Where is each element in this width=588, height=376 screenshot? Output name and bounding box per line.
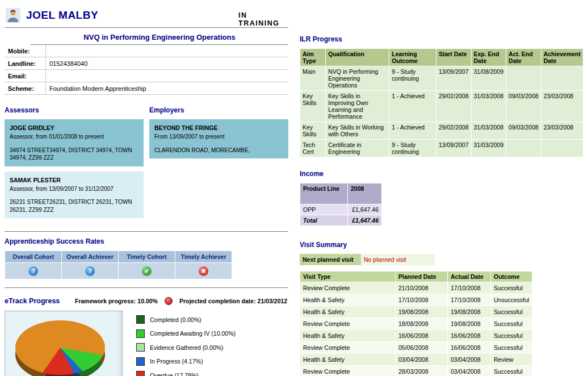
column-header: Act. End Date [506, 49, 541, 66]
cell: 9 - Study continuing [389, 66, 436, 91]
cell: 31/03/2009 [471, 140, 506, 157]
income-heading: Income [300, 170, 583, 178]
cell: NVQ in Performing Engineering Operations [326, 66, 389, 91]
cell [541, 140, 583, 157]
table-row: Health & Safety 19/08/2008 19/08/2008 Su… [300, 306, 532, 318]
table-row: Health & Safety 03/04/2008 03/04/2008 Re… [300, 354, 532, 366]
column-header: Learning Outcome [389, 49, 436, 66]
cell: Review [491, 354, 532, 366]
cell: Successful [491, 330, 532, 342]
cell: Main [300, 66, 326, 91]
legend-label: In Progress (4.17%) [150, 358, 203, 365]
cell: 29/02/2008 [436, 122, 471, 140]
table-row: Product Line 2008 [300, 183, 382, 204]
cell: 19/08/2008 [396, 306, 448, 318]
table-row: Key Skills Key Skills in Improving Own L… [300, 91, 583, 122]
cell: Review Complete [300, 282, 396, 294]
field-label: Scheme: [5, 82, 46, 95]
column-header: Timely Achiever [175, 251, 232, 263]
column-header: Qualification [326, 49, 389, 66]
assessor-card: JOGE GRIDLEY Assessor, from 01/01/2008 t… [5, 119, 144, 166]
legend-swatch [136, 357, 145, 366]
etrack-progress-heading: eTrack Progress [5, 297, 68, 305]
progress-pie-chart [5, 311, 123, 376]
table-row: Review Complete 28/03/2008 03/04/2008 Su… [300, 366, 532, 376]
cell: 03/04/2008 [396, 354, 448, 366]
assessor-card: SAMAK PLESTER Assessor, from 13/09/2007 … [5, 172, 144, 219]
table-row: Health & Safety 17/10/2008 17/10/2008 Un… [300, 294, 532, 306]
cell: Successful [491, 366, 532, 376]
cell: Health & Safety [300, 330, 396, 342]
framework-progress-text: Framework progress: 10.00% [75, 298, 158, 304]
cell: 1 - Achieved [389, 91, 436, 122]
column-header: Actual Date [448, 271, 491, 282]
cell: £1,647.46 [348, 204, 382, 215]
assessor-address: 26231 STREET26231, DISTRICT 26231, TOWN … [10, 198, 138, 214]
programme-title: NVQ in Performing Engineering Operations [31, 28, 288, 45]
ilr-progress-table: Aim Type Qualification Learning Outcome … [300, 48, 583, 157]
table-row: Landline: 01524384040 [5, 57, 288, 70]
cell: 13/09/2007 [436, 66, 471, 91]
contact-details-table: Mobile: Landline: 01524384040 Email: Sch… [5, 45, 288, 95]
cell: 9 - Study continuing [389, 140, 436, 157]
column-header: Overall Cohort [5, 251, 62, 263]
column-header: Aim Type [300, 49, 326, 66]
cell: OPP [300, 204, 348, 215]
pie-face [15, 320, 105, 375]
cell: Successful [491, 306, 532, 318]
ilr-progress-heading: ILR Progress [300, 35, 583, 43]
projected-completion-text: Projected completion date: 21/03/2012 [179, 298, 287, 304]
cell: 31/08/2009 [471, 66, 506, 91]
cell: 13/09/2007 [436, 140, 471, 157]
check-icon: ✔ [142, 266, 152, 276]
assessor-period: Assessor, from 13/09/2007 to 31/12/2007 [10, 185, 138, 193]
cell: 18/08/2008 [396, 318, 448, 330]
table-row: OPP £1,647.46 [300, 204, 382, 215]
column-header: Outcome [491, 271, 532, 282]
cell: ✖ [175, 263, 232, 279]
cell: 29/02/2008 [436, 91, 471, 122]
column-header: Overall Achiever [62, 251, 119, 263]
legend-swatch [136, 371, 145, 376]
pie-legend: Completed (0.00%) Completed Awaiting IV … [136, 311, 236, 376]
cell: 16/06/2008 [448, 330, 491, 342]
assessors-section: Assessors JOGE GRIDLEY Assessor, from 01… [5, 101, 144, 223]
cell: Key Skills in Improving Own Learning and… [326, 91, 389, 122]
legend-label: Completed Awaiting IV (10.00%) [150, 330, 236, 337]
cell: Key Skills in Working with Others [326, 122, 389, 140]
cell: Successful [491, 342, 532, 354]
section-divider [5, 231, 288, 232]
cell [541, 66, 583, 91]
employer-period: From 13/09/2007 to present [154, 133, 283, 141]
legend-item: Completed Awaiting IV (10.00%) [136, 329, 236, 338]
cell: £1,647.46 [348, 215, 382, 226]
table-row: Aim Type Qualification Learning Outcome … [300, 49, 583, 66]
table-row: Overall Cohort Overall Achiever Timely C… [5, 251, 232, 263]
next-planned-visit-row: Next planned visit No planned visit [300, 254, 583, 265]
cell: 23/03/2008 [541, 91, 583, 122]
cell: 21/10/2008 [396, 282, 448, 294]
assessor-address: 34974 STREET34974, DISTRICT 34974, TOWN … [10, 147, 138, 162]
cell [506, 66, 541, 91]
cell: ✔ [119, 263, 175, 279]
section-divider [5, 287, 288, 288]
progress-indicator-icon [165, 297, 173, 305]
cell: Certificate in Engineering [326, 140, 389, 157]
column-header: Achievement Date [541, 49, 583, 66]
legend-swatch [136, 329, 145, 338]
cell: ? [5, 263, 62, 279]
column-header: 2008 [348, 183, 382, 204]
table-row: Review Complete 18/08/2008 19/08/2008 Su… [300, 318, 532, 330]
assessor-name: SAMAK PLESTER [10, 176, 138, 184]
column-header: Timely Cohort [119, 251, 175, 263]
column-header: Exp. End Date [471, 49, 506, 66]
cell: 17/10/2008 [396, 294, 448, 306]
cell: Health & Safety [300, 294, 396, 306]
legend-item: Overdue (17.78%) [136, 371, 236, 376]
cell: Tech Cert [300, 140, 326, 157]
success-rates-heading: Apprenticeship Success Rates [5, 237, 288, 245]
cell: Key Skills [300, 122, 326, 140]
question-icon: ? [28, 266, 38, 276]
cell: 17/10/2008 [448, 282, 491, 294]
employer-address: CLARENDON ROAD, MORECAMBE, [154, 147, 283, 154]
